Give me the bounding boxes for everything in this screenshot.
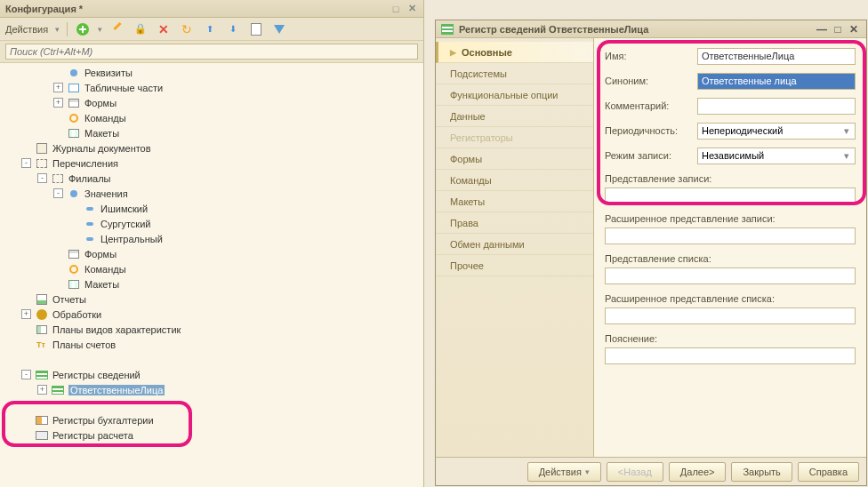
tab-Подсистемы[interactable]: Подсистемы xyxy=(436,63,593,84)
tab-Данные[interactable]: Данные xyxy=(436,106,593,127)
folder-icon xyxy=(83,218,97,230)
close-button[interactable]: Закрыть xyxy=(731,462,792,482)
tree-item[interactable]: Команды xyxy=(0,110,423,125)
expand-toggle xyxy=(21,143,31,153)
help-button[interactable]: Справка xyxy=(798,462,859,482)
next-button[interactable]: Далее> xyxy=(669,462,727,482)
tree-item[interactable]: +Формы xyxy=(0,95,423,110)
tree-item[interactable]: -Филиалы xyxy=(0,171,423,186)
edit-button[interactable] xyxy=(109,21,125,37)
tree-item[interactable]: Ишимский xyxy=(0,201,423,216)
tab-Функциональные опции[interactable]: Функциональные опции xyxy=(436,84,593,106)
tab-Обмен данными[interactable]: Обмен данными xyxy=(436,234,593,255)
expand-toggle[interactable]: + xyxy=(37,385,47,395)
expand-toggle xyxy=(69,219,79,228)
periodicity-select[interactable]: Непериодический▾ xyxy=(697,123,856,140)
add-button[interactable] xyxy=(75,21,91,37)
tree-item[interactable]: -Регистры сведений xyxy=(0,367,423,382)
tree-item[interactable] xyxy=(0,397,423,412)
tree-item[interactable]: Планы видов характеристик xyxy=(0,322,423,337)
tree-item[interactable]: Регистры бухгалтерии xyxy=(0,412,423,427)
enum-icon xyxy=(35,157,49,170)
actions-button[interactable]: Действия xyxy=(527,462,601,482)
tree-item[interactable]: Макеты xyxy=(0,276,423,291)
tree-item[interactable]: -Перечисления xyxy=(0,156,423,171)
chevron-down-icon[interactable]: ▾ xyxy=(842,125,851,137)
tab-Основные[interactable]: ▶Основные xyxy=(436,42,593,63)
tree-item[interactable] xyxy=(0,352,423,367)
tree-item[interactable]: Реквизиты xyxy=(0,65,423,80)
record-pres-label: Представление записи: xyxy=(605,173,856,184)
expand-toggle xyxy=(21,415,31,425)
tree-item[interactable]: Сургутский xyxy=(0,216,423,231)
common-icon xyxy=(35,354,49,366)
layout-icon xyxy=(67,278,81,291)
expand-toggle[interactable]: - xyxy=(21,158,31,168)
name-field[interactable] xyxy=(697,48,856,65)
dialog-tabs: ▶ОсновныеПодсистемыФункциональные опцииД… xyxy=(436,38,594,457)
search-input[interactable] xyxy=(5,44,418,60)
tab-Прочее[interactable]: Прочее xyxy=(436,255,593,276)
tree-item-label: Филиалы xyxy=(68,173,111,184)
tree-item[interactable]: Журналы документов xyxy=(0,140,423,156)
tree-item-label: Макеты xyxy=(84,279,119,290)
tab-Права[interactable]: Права xyxy=(436,212,593,234)
expand-toggle[interactable]: - xyxy=(21,370,31,379)
record-ext-pres-field[interactable] xyxy=(605,228,856,244)
record-pres-field[interactable] xyxy=(605,188,856,204)
tree-item[interactable]: Команды xyxy=(0,261,423,276)
refresh-button[interactable]: ↻ xyxy=(179,21,195,37)
lock-icon[interactable]: 🔒 xyxy=(133,21,149,37)
tree-item[interactable]: +ОтветственныеЛица xyxy=(0,382,423,397)
tab-Формы[interactable]: Формы xyxy=(436,148,593,170)
filter-button[interactable] xyxy=(271,21,287,37)
chevron-down-icon[interactable]: ▾ xyxy=(842,150,851,162)
dot-icon xyxy=(67,67,81,79)
tree-item[interactable]: Формы xyxy=(0,246,423,261)
tree-item[interactable]: ТтПланы счетов xyxy=(0,337,423,352)
comment-field[interactable] xyxy=(697,98,856,115)
move-up-button[interactable]: ⬆ xyxy=(202,21,218,37)
tab-Команды[interactable]: Команды xyxy=(436,170,593,191)
delete-button[interactable]: ✕ xyxy=(156,21,172,37)
close-icon[interactable]: ✕ xyxy=(847,23,861,36)
maximize-icon[interactable]: □ xyxy=(831,23,845,36)
tree-item-label: Центральный xyxy=(100,234,163,244)
tab-Регистраторы[interactable]: Регистраторы xyxy=(436,127,593,148)
form-icon xyxy=(67,97,81,109)
tree-item[interactable]: Регистры расчета xyxy=(0,427,423,443)
record-ext-pres-label: Расширенное представление записи: xyxy=(605,213,856,224)
actions-menu[interactable]: Действия xyxy=(5,24,48,35)
expand-toggle[interactable]: - xyxy=(53,188,63,198)
comment-label: Комментарий: xyxy=(605,100,697,111)
page-button[interactable] xyxy=(248,21,264,37)
tree-item-label: Макеты xyxy=(84,128,119,139)
tree-item[interactable]: -Значения xyxy=(0,186,423,201)
config-tree[interactable]: Реквизиты+Табличные части+ФормыКомандыМа… xyxy=(0,63,423,487)
expand-toggle xyxy=(21,339,31,349)
expand-toggle[interactable]: + xyxy=(21,309,31,319)
tree-item[interactable]: +Табличные части xyxy=(0,80,423,95)
move-down-button[interactable]: ⬇ xyxy=(225,21,241,37)
tree-item[interactable]: Макеты xyxy=(0,125,423,140)
minimize-icon[interactable]: — xyxy=(815,23,829,36)
synonym-field[interactable] xyxy=(697,73,856,90)
tree-item-label: Регистры сведений xyxy=(52,370,141,380)
list-pres-field[interactable] xyxy=(605,267,856,284)
expand-toggle[interactable]: + xyxy=(53,98,63,108)
dot-icon xyxy=(67,188,81,200)
expand-toggle[interactable]: + xyxy=(53,83,63,92)
explanation-field[interactable] xyxy=(605,347,856,364)
tree-item[interactable]: +Обработки xyxy=(0,307,423,322)
expand-toggle xyxy=(69,204,79,213)
list-ext-pres-field[interactable] xyxy=(605,307,856,324)
tree-item[interactable]: Отчеты xyxy=(0,291,423,307)
pin-icon[interactable]: □ xyxy=(390,3,402,15)
expand-toggle[interactable]: - xyxy=(37,173,47,183)
close-icon[interactable]: ✕ xyxy=(406,3,418,15)
writemode-select[interactable]: Независимый▾ xyxy=(697,148,856,164)
tree-item[interactable]: Центральный xyxy=(0,231,423,246)
back-button[interactable]: <Назад xyxy=(607,462,663,482)
name-label: Имя: xyxy=(605,51,697,61)
tab-Макеты[interactable]: Макеты xyxy=(436,191,593,212)
